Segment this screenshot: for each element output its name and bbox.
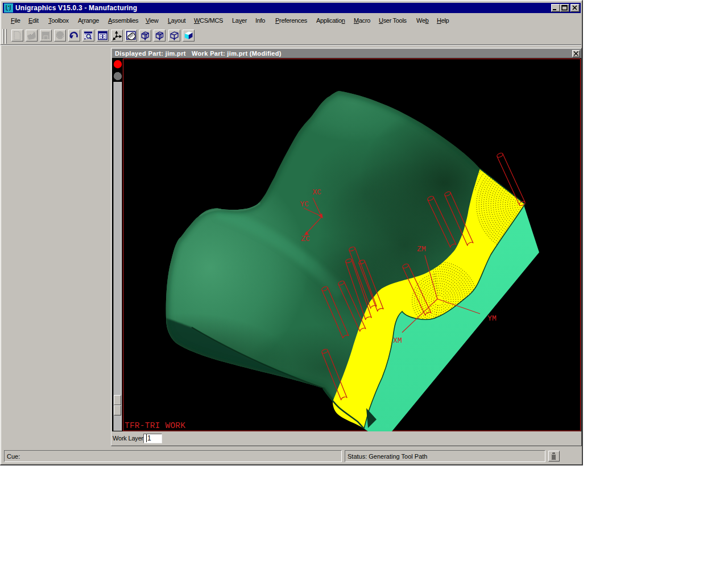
svg-text:ZM: ZM xyxy=(417,245,426,253)
svg-text:YC: YC xyxy=(300,200,309,209)
svg-text:TFR-TRI WORK: TFR-TRI WORK xyxy=(125,421,185,430)
svg-text:XC: XC xyxy=(312,188,321,197)
svg-text:YM: YM xyxy=(487,314,497,323)
svg-text:XM: XM xyxy=(393,336,402,345)
svg-text:ZC: ZC xyxy=(301,235,310,243)
